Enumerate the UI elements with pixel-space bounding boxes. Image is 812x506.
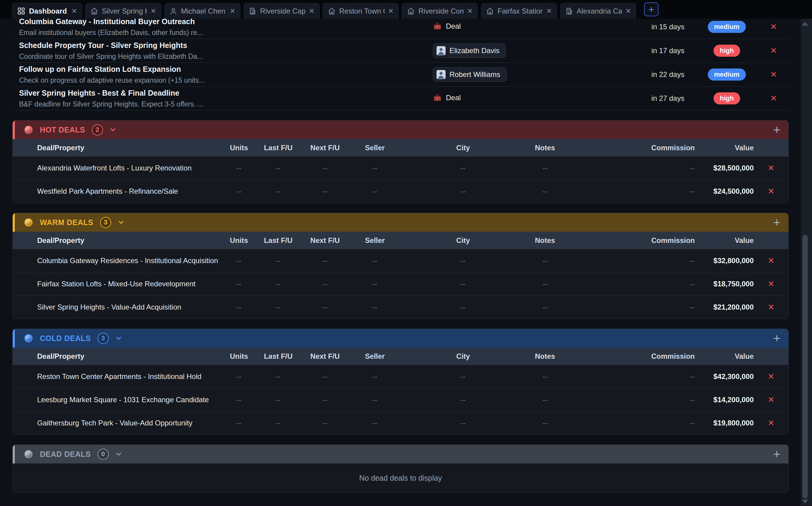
home-icon [486, 7, 494, 15]
delete-deal-button[interactable]: ✕ [754, 372, 789, 382]
section-header-warm[interactable]: WARM DEALS 3 + [13, 213, 789, 232]
tab-close-icon[interactable]: ✕ [467, 8, 473, 14]
table-header: Deal/Property Units Last F/U Next F/U Se… [13, 139, 789, 156]
home-icon [407, 7, 415, 15]
task-text: Columbia Gateway - Institutional Buyer O… [19, 17, 433, 37]
priority-badge: high [714, 45, 740, 57]
who-label: Robert Williams [450, 70, 500, 79]
delete-deal-button[interactable]: ✕ [754, 256, 789, 265]
deal-section-dead: DEAD DEALS 0 + No dead deals to display [12, 444, 789, 493]
deal-row[interactable]: Leesburg Market Square - 1031 Exchange C… [13, 388, 789, 411]
deal-name: Reston Town Center Apartments - Institut… [13, 372, 221, 381]
building-icon [249, 7, 257, 15]
task-title: Silver Spring Heights - Best & Final Dea… [19, 89, 433, 97]
tab-silver-spring-heights[interactable]: Silver Spring Heig ✕ [85, 3, 161, 19]
scroll-down-icon[interactable] [802, 500, 808, 504]
tab-close-icon[interactable]: ✕ [72, 8, 77, 14]
task-text: Follow up on Fairfax Station Lofts Expan… [19, 65, 433, 84]
deal-row[interactable]: Gaithersburg Tech Park - Value-Add Oppor… [13, 411, 789, 434]
scroll-up-icon[interactable] [802, 22, 808, 26]
chevron-down-icon[interactable] [115, 334, 123, 342]
deal-value: $32,800,000 [695, 256, 754, 265]
table-header: Deal/Property Units Last F/U Next F/U Se… [13, 348, 789, 365]
deal-value: $18,750,000 [695, 280, 754, 288]
status-dot [24, 450, 32, 458]
task-row[interactable]: Silver Spring Heights - Best & Final Dea… [12, 87, 789, 110]
deal-name: Westfield Park Apartments - Refinance/Sa… [13, 187, 221, 195]
delete-deal-button[interactable]: ✕ [754, 186, 789, 196]
deal-section-hot: HOT DEALS 2 + Deal/Property Units Last F… [12, 120, 789, 203]
chevron-down-icon[interactable] [117, 219, 125, 226]
tab-label: Riverside Capital [260, 7, 306, 15]
contact-chip[interactable]: Robert Williams [433, 67, 506, 82]
task-title: Schedule Property Tour - Silver Spring H… [19, 41, 433, 50]
status-dot [24, 334, 32, 342]
chevron-down-icon[interactable] [115, 450, 123, 458]
deal-row[interactable]: Silver Spring Heights - Value-Add Acquis… [13, 296, 789, 319]
delete-task-button[interactable]: ✕ [758, 70, 789, 79]
deal-link[interactable]: Deal [433, 22, 461, 31]
contact-chip[interactable]: Elizabeth Davis [433, 44, 506, 58]
deal-row[interactable]: Fairfax Station Lofts - Mixed-Use Redeve… [13, 272, 789, 296]
dashboard-grid-icon [17, 7, 25, 15]
deal-name: Gaithersburg Tech Park - Value-Add Oppor… [13, 419, 221, 427]
tab-dashboard[interactable]: Dashboard ✕ [12, 3, 82, 19]
tab-reston-town-center[interactable]: Reston Town Cen ✕ [323, 3, 399, 19]
tab-label: Reston Town Cen [339, 7, 385, 15]
deal-row[interactable]: Reston Town Center Apartments - Institut… [13, 365, 789, 388]
tab-riverside-commons[interactable]: Riverside Commo ✕ [402, 3, 478, 19]
tab-close-icon[interactable]: ✕ [309, 8, 315, 14]
deal-value: $21,200,000 [695, 303, 754, 311]
tab-michael-chen[interactable]: Michael Chen ✕ [164, 3, 241, 19]
deal-row[interactable]: Westfield Park Apartments - Refinance/Sa… [13, 179, 789, 203]
delete-task-button[interactable]: ✕ [758, 46, 789, 56]
tab-riverside-capital[interactable]: Riverside Capital ✕ [244, 3, 320, 19]
scroll-up-arrows[interactable] [802, 22, 812, 26]
deal-link[interactable]: Deal [433, 93, 461, 102]
delete-task-button[interactable]: ✕ [758, 93, 789, 103]
delete-task-button[interactable]: ✕ [758, 22, 789, 32]
tab-fairfax-station-lofts[interactable]: Fairfax Station Lo ✕ [481, 3, 557, 19]
section-header-hot[interactable]: HOT DEALS 2 + [13, 120, 789, 139]
deal-row[interactable]: Alexandria Waterfront Lofts - Luxury Ren… [13, 156, 789, 179]
task-row[interactable]: Follow up on Fairfax Station Lofts Expan… [12, 63, 789, 87]
status-dot [24, 219, 32, 227]
table-header: Deal/Property Units Last F/U Next F/U Se… [13, 232, 789, 249]
deal-section-warm: WARM DEALS 3 + Deal/Property Units Last … [12, 213, 789, 319]
due-date: in 22 days [641, 70, 695, 79]
scroll-down-arrows[interactable] [802, 500, 812, 504]
scrollbar-thumb[interactable] [802, 235, 808, 498]
tab-close-icon[interactable]: ✕ [230, 8, 235, 14]
delete-deal-button[interactable]: ✕ [754, 279, 789, 289]
delete-deal-button[interactable]: ✕ [754, 418, 789, 428]
deal-section-cold: COLD DEALS 3 + Deal/Property Units Last … [12, 329, 789, 435]
section-header-dead[interactable]: DEAD DEALS 0 + [13, 445, 789, 463]
delete-deal-button[interactable]: ✕ [754, 395, 789, 405]
tab-label: Michael Chen [181, 7, 226, 15]
tab-close-icon[interactable]: ✕ [388, 8, 394, 14]
priority-badge: medium [708, 21, 746, 33]
deal-row[interactable]: Columbia Gateway Residences - Institutio… [13, 249, 789, 272]
status-dot [24, 126, 32, 134]
scrollbar-track[interactable] [801, 19, 812, 506]
due-date: in 17 days [641, 47, 695, 55]
section-count-badge: 3 [97, 333, 109, 344]
task-list: Columbia Gateway - Institutional Buyer O… [12, 15, 789, 110]
section-header-cold[interactable]: COLD DEALS 3 + [13, 329, 789, 348]
deal-value: $42,300,000 [695, 372, 754, 381]
tab-label: Alexandria Capita [577, 7, 622, 15]
new-tab-button[interactable]: + [644, 2, 659, 16]
section-count-badge: 0 [97, 449, 109, 460]
section-count-badge: 2 [92, 124, 103, 136]
who-label: Deal [446, 22, 461, 30]
delete-deal-button[interactable]: ✕ [754, 302, 789, 312]
task-row[interactable]: Schedule Property Tour - Silver Spring H… [12, 39, 789, 63]
tab-close-icon[interactable]: ✕ [151, 8, 156, 14]
tab-alexandria-capital[interactable]: Alexandria Capita ✕ [560, 3, 636, 19]
tab-close-icon[interactable]: ✕ [626, 8, 631, 14]
tab-close-icon[interactable]: ✕ [546, 8, 552, 14]
chevron-down-icon[interactable] [109, 126, 117, 134]
section-count-badge: 3 [100, 217, 111, 228]
delete-deal-button[interactable]: ✕ [754, 163, 789, 173]
due-date: in 27 days [641, 94, 695, 103]
